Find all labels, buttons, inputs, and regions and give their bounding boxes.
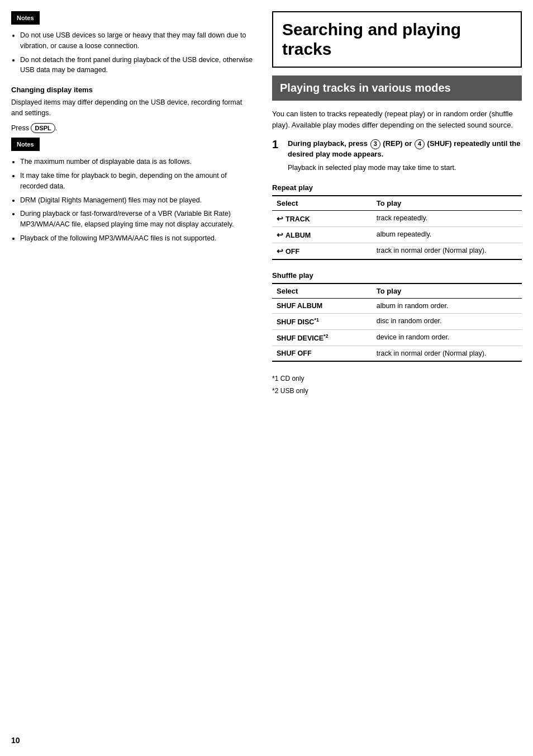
step1-text-before: During playback, press [288, 139, 370, 148]
repeat-toplay-cell: track in normal order (Normal play). [372, 243, 522, 259]
repeat-play-table: Select To play ↩TRACKtrack repeatedly.↩A… [272, 195, 522, 260]
page-number: 10 [11, 736, 20, 745]
footnotes: *1 CD only *2 USB only [272, 373, 522, 397]
notes-label-2: Notes [11, 138, 40, 151]
right-column: Searching and playing tracks Playing tra… [266, 11, 522, 745]
shuffle-select-cell: SHUF ALBUM [272, 298, 372, 313]
step-1-number: 1 [272, 139, 278, 150]
shuffle-play-section: Shuffle play Select To play SHUF ALBUMal… [272, 271, 522, 362]
changing-display-heading: Changing display items [11, 86, 255, 94]
repeat-table-header: Select To play [272, 196, 522, 211]
repeat-toplay-cell: track repeatedly. [372, 210, 522, 226]
notes2-item-4: DRM (Digital Rights Management) files ma… [20, 195, 255, 206]
notes-list-2: The maximum number of displayable data i… [20, 157, 255, 243]
notes2-item-3: It may take time for playback to begin, … [20, 171, 255, 192]
section-title-box: Playing tracks in various modes [272, 75, 522, 101]
repeat-table-row: ↩OFFtrack in normal order (Normal play). [272, 243, 522, 259]
repeat-toplay-cell: album repeatedly. [372, 226, 522, 243]
press-text: Press [11, 124, 31, 132]
shuffle-col1-header: Select [272, 284, 372, 299]
shuffle-select-cell: SHUF DEVICE*2 [272, 330, 372, 346]
step-1-text: During playback, press 3 (REP) or 4 (SHU… [288, 139, 522, 159]
repeat-select-cell: ↩OFF [272, 243, 372, 259]
repeat-table-row: ↩ALBUMalbum repeatedly. [272, 226, 522, 243]
shuffle-toplay-cell: album in random order. [372, 298, 522, 313]
repeat-play-heading: Repeat play [272, 183, 522, 192]
shuffle-select-cell: SHUF OFF [272, 346, 372, 362]
repeat-select-cell: ↩ALBUM [272, 226, 372, 243]
repeat-play-section: Repeat play Select To play ↩TRACKtrack r… [272, 183, 522, 260]
repeat-col2-header: To play [372, 196, 522, 211]
press-dspl-line: Press DSPL. [11, 123, 255, 134]
shuffle-play-table: Select To play SHUF ALBUMalbum in random… [272, 283, 522, 362]
dspl-button: DSPL [31, 123, 55, 134]
main-title-box: Searching and playing tracks [272, 11, 522, 68]
step-1-block: 1 During playback, press 3 (REP) or 4 (S… [272, 139, 522, 173]
repeat-select-cell: ↩TRACK [272, 210, 372, 226]
notes-item-1: Do not use USB devices so large or heavy… [20, 30, 255, 51]
notes2-item-5: During playback or fast-forward/reverse … [20, 209, 255, 230]
shuffle-toplay-cell: disc in random order. [372, 313, 522, 329]
notes-item-2: Do not detach the front panel during pla… [20, 55, 255, 76]
footnote-2: *2 USB only [272, 385, 522, 398]
shuffle-select-cell: SHUF DISC*1 [272, 313, 372, 329]
notes-list-1: Do not use USB devices so large or heavy… [20, 30, 255, 75]
notes-section-1: Notes Do not use USB devices so large or… [11, 11, 255, 75]
step1-circle-2: 4 [415, 139, 425, 149]
intro-para: You can listen to tracks repeatedly (rep… [272, 108, 522, 131]
shuffle-play-heading: Shuffle play [272, 271, 522, 280]
left-column: Notes Do not use USB devices so large or… [11, 11, 266, 745]
repeat-table-row: ↩TRACKtrack repeatedly. [272, 210, 522, 226]
changing-display-para: Displayed items may differ depending on … [11, 97, 255, 119]
section-title: Playing tracks in various modes [280, 81, 514, 95]
step-1-sub: Playback in selected play mode may take … [288, 163, 522, 173]
step1-circle-1: 3 [370, 139, 380, 149]
main-title: Searching and playing tracks [282, 20, 512, 59]
shuffle-table-header: Select To play [272, 284, 522, 299]
notes-label-1: Notes [11, 11, 40, 25]
notes-section-2: Notes The maximum number of displayable … [11, 138, 255, 243]
shuffle-table-row: SHUF DISC*1disc in random order. [272, 313, 522, 329]
notes2-item-0: The maximum number of displayable data i… [20, 157, 255, 167]
shuffle-table-row: SHUF DEVICE*2device in random order. [272, 330, 522, 346]
shuffle-table-row: SHUF ALBUMalbum in random order. [272, 298, 522, 313]
shuffle-toplay-cell: track in normal order (Normal play). [372, 346, 522, 362]
footnote-1: *1 CD only [272, 373, 522, 385]
step1-text-mid: (REP) or [381, 139, 414, 148]
shuffle-col2-header: To play [372, 284, 522, 299]
shuffle-table-row: SHUF OFFtrack in normal order (Normal pl… [272, 346, 522, 362]
shuffle-toplay-cell: device in random order. [372, 330, 522, 346]
repeat-col1-header: Select [272, 196, 372, 211]
notes2-item-6: Playback of the following MP3/WMA/AAC fi… [20, 233, 255, 244]
